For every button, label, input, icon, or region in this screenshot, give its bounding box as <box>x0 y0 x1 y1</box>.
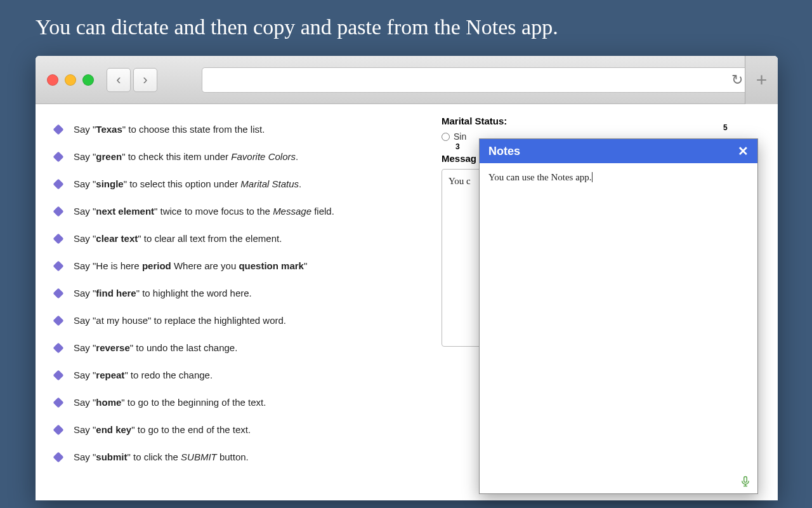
close-window-button[interactable] <box>47 74 58 86</box>
bullet-diamond-icon <box>53 343 64 354</box>
bullet-diamond-icon <box>53 179 64 190</box>
instruction-text: Say "Texas" to choose this state from th… <box>74 124 265 135</box>
new-tab-button[interactable]: + <box>745 56 778 104</box>
overlay-number-5: 5 <box>723 123 728 132</box>
notes-text: You can use the Notes app. <box>488 172 593 182</box>
list-item: Say "single" to select this option under… <box>55 170 429 197</box>
instruction-list: Say "Texas" to choose this state from th… <box>55 116 429 471</box>
list-item: Say "green" to check this item under Fav… <box>55 143 429 170</box>
instruction-text: Say "home" to go to the beginning of the… <box>74 397 266 408</box>
list-item: Say "home" to go to the beginning of the… <box>55 389 429 416</box>
close-icon[interactable]: ✕ <box>738 144 749 159</box>
instruction-text: Say "reverse" to undo the last change. <box>74 342 237 353</box>
bullet-diamond-icon <box>53 206 64 217</box>
list-item: Say "submit" to click the SUBMIT button. <box>55 443 429 471</box>
instruction-text: Say "repeat" to redo the change. <box>74 370 213 380</box>
list-item: Say "at my house" to replace the highlig… <box>55 307 429 334</box>
marital-status-label: Marital Status: <box>442 116 759 126</box>
minimize-window-button[interactable] <box>65 74 76 86</box>
instruction-text: Say "single" to select this option under… <box>74 178 301 189</box>
bullet-diamond-icon <box>53 261 64 272</box>
instruction-text: Say "green" to check this item under Fav… <box>74 151 298 162</box>
reload-icon[interactable]: ↻ <box>731 72 743 88</box>
forward-button[interactable]: › <box>133 68 157 92</box>
bullet-diamond-icon <box>53 425 64 436</box>
instructions-column: Say "Texas" to choose this state from th… <box>55 116 429 489</box>
instruction-text: Say "next element" twice to move focus t… <box>74 206 334 217</box>
instruction-text: Say "end key" to go to the end of the te… <box>74 424 251 435</box>
instruction-text: Say "clear text" to clear all text from … <box>74 233 282 244</box>
notes-body[interactable]: You can use the Notes app. <box>480 163 757 493</box>
bullet-diamond-icon <box>53 370 64 381</box>
bullet-diamond-icon <box>53 288 64 299</box>
window-controls <box>47 74 94 86</box>
bullet-diamond-icon <box>53 124 64 135</box>
radio-single[interactable] <box>442 133 450 141</box>
notes-header[interactable]: Notes ✕ <box>480 139 757 163</box>
plus-icon: + <box>756 69 768 91</box>
url-bar[interactable]: ↻ <box>202 67 754 93</box>
back-button[interactable]: ‹ <box>107 68 131 92</box>
list-item: Say "clear text" to clear all text from … <box>55 225 429 252</box>
radio-single-label: Sin <box>454 131 466 142</box>
notes-panel: Notes ✕ You can use the Notes app. <box>479 138 758 494</box>
bullet-diamond-icon <box>53 452 64 463</box>
bullet-diamond-icon <box>53 398 64 408</box>
microphone-icon[interactable] <box>740 474 751 488</box>
bullet-diamond-icon <box>53 316 64 326</box>
page-banner: You can dictate and then copy and paste … <box>36 15 558 39</box>
notes-title: Notes <box>488 145 520 158</box>
chevron-left-icon: ‹ <box>116 72 121 88</box>
chevron-right-icon: › <box>143 72 147 88</box>
list-item: Say "Texas" to choose this state from th… <box>55 116 429 143</box>
maximize-window-button[interactable] <box>82 74 94 86</box>
instruction-text: Say "submit" to click the SUBMIT button. <box>74 451 249 462</box>
list-item: Say "repeat" to redo the change. <box>55 361 429 389</box>
instruction-text: Say "find here" to highlight the word he… <box>74 288 252 298</box>
list-item: Say "find here" to highlight the word he… <box>55 279 429 307</box>
browser-titlebar: ‹ › ↻ + <box>36 56 778 104</box>
overlay-number-3: 3 <box>455 142 460 151</box>
bullet-diamond-icon <box>53 152 64 163</box>
bullet-diamond-icon <box>53 234 64 244</box>
instruction-text: Say "at my house" to replace the highlig… <box>74 315 286 326</box>
svg-rect-0 <box>744 477 747 483</box>
list-item: Say "next element" twice to move focus t… <box>55 197 429 225</box>
list-item: Say "reverse" to undo the last change. <box>55 334 429 361</box>
list-item: Say "He is here period Where are you que… <box>55 252 429 279</box>
instruction-text: Say "He is here period Where are you que… <box>74 260 307 271</box>
list-item: Say "end key" to go to the end of the te… <box>55 416 429 443</box>
nav-buttons: ‹ › <box>107 68 157 92</box>
